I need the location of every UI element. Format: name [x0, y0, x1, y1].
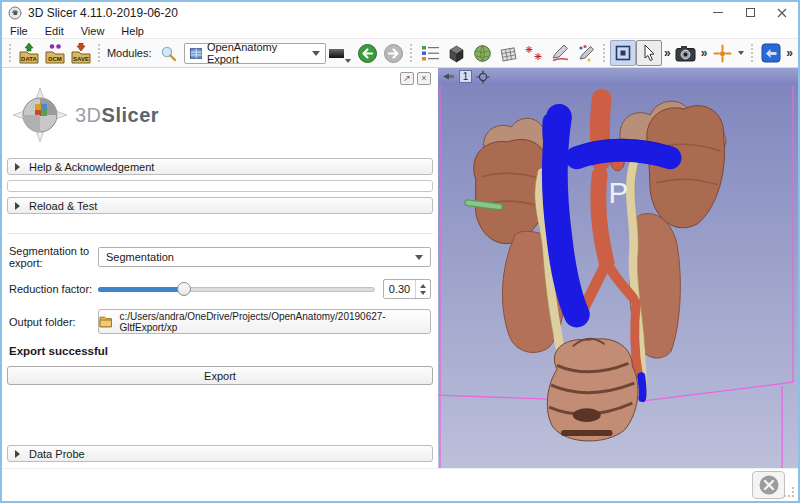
- reduction-value: 0.30: [384, 280, 415, 298]
- reduction-spinbox[interactable]: 0.30: [383, 279, 431, 299]
- close-panel-button[interactable]: ×: [417, 72, 431, 85]
- annotations-button[interactable]: [547, 40, 573, 66]
- anatomy-render: P: [438, 85, 798, 468]
- close-icon: [777, 8, 787, 18]
- menu-help[interactable]: Help: [121, 25, 144, 37]
- close-button[interactable]: [766, 2, 798, 23]
- help-section-header[interactable]: Help & Acknowledgement: [7, 158, 433, 175]
- overflow-chevron-icon[interactable]: »: [664, 46, 671, 60]
- menu-view[interactable]: View: [81, 25, 105, 37]
- back-icon: [357, 43, 378, 64]
- volume-rendering-button[interactable]: [443, 40, 469, 66]
- segmentation-label: Segmentation to export:: [9, 245, 98, 269]
- title-bar: 3D Slicer 4.11.0-2019-06-20: [2, 2, 798, 23]
- view-number-badge: 1: [459, 70, 472, 83]
- toolbar-grip[interactable]: [410, 44, 413, 62]
- spin-up-icon[interactable]: [420, 284, 426, 288]
- paintbrush-icon: [577, 44, 596, 63]
- segmentation-value: Segmentation: [106, 251, 174, 263]
- svg-text:DCM: DCM: [48, 55, 62, 61]
- forward-icon: [383, 43, 404, 64]
- module-search-button[interactable]: [156, 40, 182, 66]
- threed-view[interactable]: 1: [438, 68, 798, 468]
- output-folder-button[interactable]: c:/Users/andra/OneDrive/Projects/OpenAna…: [98, 309, 431, 334]
- export-status-message: Export successful: [7, 344, 433, 358]
- load-data-button[interactable]: DATA: [16, 40, 42, 66]
- threed-scene[interactable]: P: [438, 85, 798, 468]
- export-button[interactable]: Export: [7, 366, 433, 385]
- undock-panel-button[interactable]: ↗: [400, 72, 414, 85]
- menu-edit[interactable]: Edit: [45, 25, 64, 37]
- transforms-button[interactable]: [495, 40, 521, 66]
- folder-icon: [99, 315, 112, 328]
- reduction-slider[interactable]: [98, 281, 375, 298]
- markups-button[interactable]: [521, 40, 547, 66]
- save-icon: SAVE: [70, 43, 92, 64]
- module-history-button[interactable]: [328, 40, 354, 66]
- collapse-arrow-icon: [15, 163, 20, 171]
- export-button-label: Export: [204, 370, 236, 382]
- module-panel: ↗ × 3DSlicer: [2, 68, 438, 468]
- menu-file[interactable]: File: [10, 25, 28, 37]
- toolbar-grip[interactable]: [98, 44, 101, 62]
- models-button[interactable]: [469, 40, 495, 66]
- save-button[interactable]: SAVE: [68, 40, 94, 66]
- minimize-button[interactable]: [702, 2, 734, 23]
- search-icon: [160, 45, 177, 62]
- toolbar-grip[interactable]: [9, 44, 12, 62]
- minimize-icon: [713, 12, 723, 13]
- overflow-chevron-icon[interactable]: »: [786, 46, 793, 60]
- data-probe-header[interactable]: Data Probe: [7, 445, 433, 462]
- view-crosshair-icon[interactable]: [476, 70, 490, 84]
- extension-icon: [761, 43, 781, 63]
- capture-view-button[interactable]: [610, 40, 636, 66]
- export-form: Segmentation to export: Segmentation Red…: [7, 233, 433, 385]
- app-icon: [8, 6, 22, 20]
- logo-text-slicer: Slicer: [102, 104, 159, 126]
- iliac-vein-segment[interactable]: [641, 376, 642, 398]
- sacrum-segment[interactable]: [547, 339, 638, 441]
- extensions-button[interactable]: [758, 40, 784, 66]
- editor-button[interactable]: [573, 40, 599, 66]
- threed-view-header: 1: [438, 68, 798, 85]
- module-forward-button[interactable]: [380, 40, 406, 66]
- logo-text-3d: 3D: [75, 104, 102, 126]
- overflow-chevron-icon[interactable]: »: [701, 46, 708, 60]
- crosshair-dropdown-icon[interactable]: [738, 51, 744, 55]
- dicom-icon: DCM: [44, 43, 66, 64]
- module-list-button[interactable]: [417, 40, 443, 66]
- maximize-icon: [746, 8, 755, 17]
- data-probe-label: Data Probe: [29, 448, 85, 460]
- close-circle-icon: [758, 474, 780, 496]
- module-history-icon: [329, 49, 344, 58]
- reload-section-header[interactable]: Reload & Test: [7, 197, 433, 214]
- modules-combobox[interactable]: OpenAnatomy Export: [184, 43, 327, 64]
- error-log-close-button[interactable]: [752, 471, 785, 499]
- resize-grip-icon[interactable]: [784, 487, 795, 498]
- cube-icon: [447, 44, 466, 63]
- toolbar-grip[interactable]: [751, 44, 754, 62]
- pin-icon[interactable]: [442, 70, 455, 83]
- status-bar: [2, 468, 798, 501]
- crosshair-button[interactable]: [709, 40, 735, 66]
- square-in-square-icon: [614, 44, 632, 62]
- orientation-label: P: [609, 176, 629, 209]
- camera-icon: [675, 45, 696, 62]
- cursor-icon: [641, 44, 658, 62]
- markups-icon: [524, 44, 544, 63]
- slicer-logo-icon: [11, 86, 69, 144]
- slider-fill: [98, 287, 184, 292]
- reload-section-label: Reload & Test: [29, 200, 97, 212]
- spin-down-icon[interactable]: [420, 291, 426, 295]
- segmentation-combobox[interactable]: Segmentation: [98, 247, 431, 267]
- output-folder-label: Output folder:: [9, 316, 98, 328]
- mouse-interaction-button[interactable]: [636, 40, 662, 66]
- module-back-button[interactable]: [354, 40, 380, 66]
- maximize-button[interactable]: [734, 2, 766, 23]
- combo-arrow-icon: [312, 51, 320, 56]
- dicom-button[interactable]: DCM: [42, 40, 68, 66]
- slider-handle[interactable]: [177, 282, 191, 296]
- toolbar-grip[interactable]: [603, 44, 606, 62]
- screen-capture-button[interactable]: [673, 40, 699, 66]
- main-toolbar: DATA DCM SAVE Modules:: [2, 38, 798, 68]
